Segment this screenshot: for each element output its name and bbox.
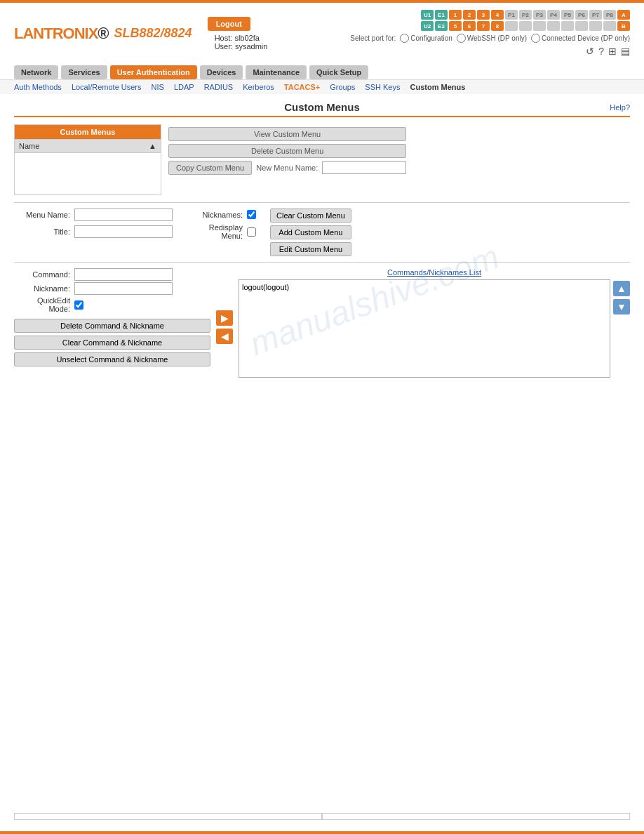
subnav-radius[interactable]: RADIUS	[204, 83, 234, 91]
command-label: Command:	[14, 270, 70, 279]
nav-services[interactable]: Services	[61, 65, 107, 79]
move-up-button[interactable]: ▲	[613, 281, 630, 296]
page-title: Custom Menus	[220, 101, 425, 113]
radio-webssh-label: WebSSH (DP only)	[467, 34, 527, 42]
port-u1[interactable]: U1	[421, 10, 434, 20]
port-p5b	[561, 21, 574, 31]
menu-name-input[interactable]	[74, 208, 173, 221]
port-p2[interactable]: P2	[519, 10, 532, 20]
port-e1[interactable]: E1	[435, 10, 448, 20]
subnav-tacacs[interactable]: TACACS+	[284, 83, 320, 91]
port-3[interactable]: 3	[477, 10, 490, 20]
arrow-left-button[interactable]: ◀	[216, 329, 233, 344]
resize-icon[interactable]: ⊞	[608, 46, 617, 57]
title-label: Title:	[14, 227, 70, 236]
form-left: Menu Name: Title:	[14, 208, 173, 242]
subnav-local-remote-users[interactable]: Local/Remote Users	[72, 83, 142, 91]
bottom-cell-2	[322, 813, 630, 820]
help-button[interactable]: Help?	[610, 103, 630, 112]
menu-list-body	[14, 153, 161, 195]
arrow-right-button[interactable]: ▶	[216, 310, 233, 326]
subnav-kerberos[interactable]: Kerberos	[243, 83, 274, 91]
radio-configuration[interactable]	[400, 34, 409, 43]
copy-custom-menu-button[interactable]: Copy Custom Menu	[168, 161, 252, 175]
delete-cmd-button[interactable]: Delete Command & Nickname	[14, 319, 210, 333]
subnav-ldap[interactable]: LDAP	[174, 83, 194, 91]
port-p4[interactable]: P4	[547, 10, 560, 20]
port-2[interactable]: 2	[463, 10, 476, 20]
redisplay-checkbox[interactable]	[247, 227, 256, 237]
subnav-nis[interactable]: NIS	[152, 83, 164, 91]
port-7[interactable]: 7	[477, 21, 490, 31]
sub-nav: Auth Methods Local/Remote Users NIS LDAP…	[0, 79, 644, 94]
title-input[interactable]	[74, 225, 173, 238]
nickname-input[interactable]	[74, 282, 173, 295]
form-right-buttons: Clear Custom Menu Add Custom Menu Edit C…	[270, 208, 351, 256]
menu-list-panel: Custom Menus Name ▲	[14, 124, 161, 195]
delete-custom-menu-button[interactable]: Delete Custom Menu	[168, 144, 406, 158]
view-custom-menu-button[interactable]: View Custom Menu	[168, 127, 406, 141]
nav-user-auth[interactable]: User Authentication	[110, 65, 197, 79]
port-p3[interactable]: P3	[533, 10, 546, 20]
command-input[interactable]	[74, 268, 173, 281]
port-p8[interactable]: P8	[603, 10, 616, 20]
port-p6[interactable]: P6	[575, 10, 588, 20]
move-down-button[interactable]: ▼	[613, 299, 630, 315]
subnav-ssh-keys[interactable]: SSH Keys	[365, 83, 400, 91]
quickedit-label: QuickEdit Mode:	[14, 296, 70, 313]
port-8[interactable]: 8	[491, 21, 504, 31]
subnav-groups[interactable]: Groups	[330, 83, 355, 91]
commands-right: Commands/Nicknames List logout(logout) ▲…	[239, 268, 630, 378]
nav-network[interactable]: Network	[14, 65, 58, 79]
port-a[interactable]: A	[617, 10, 630, 20]
add-custom-menu-button[interactable]: Add Custom Menu	[270, 225, 351, 239]
clear-custom-menu-button[interactable]: Clear Custom Menu	[270, 208, 351, 223]
port-p1[interactable]: P1	[505, 10, 518, 20]
radio-connected[interactable]	[531, 34, 540, 43]
nav-quick-setup[interactable]: Quick Setup	[309, 65, 368, 79]
subnav-custom-menus[interactable]: Custom Menus	[410, 83, 466, 91]
port-1[interactable]: 1	[449, 10, 462, 20]
unselect-cmd-button[interactable]: Unselect Command & Nickname	[14, 352, 210, 366]
commands-left: Command: Nickname: QuickEdit Mode: Delet…	[14, 268, 210, 366]
copy-row: Copy Custom Menu New Menu Name:	[168, 161, 406, 175]
host-info: Host: slb02fa User: sysadmin	[215, 34, 268, 51]
nav-maintenance[interactable]: Maintenance	[246, 65, 307, 79]
help-icon[interactable]: ?	[598, 46, 604, 57]
port-5[interactable]: 5	[449, 21, 462, 31]
port-b[interactable]: B	[617, 21, 630, 31]
form-section: Menu Name: Title: Nicknames: Redisplay M…	[14, 208, 630, 256]
clear-cmd-button[interactable]: Clear Command & Nickname	[14, 336, 210, 350]
redisplay-label: Redisplay Menu:	[187, 223, 243, 240]
new-menu-name-input[interactable]	[322, 161, 406, 174]
port-area: U1 E1 1 2 3 4 P1 P2 P3 P4 P5 P6 P7 P8	[350, 10, 630, 57]
port-e2[interactable]: E2	[435, 21, 448, 31]
quickedit-checkbox[interactable]	[74, 300, 83, 310]
port-6[interactable]: 6	[463, 21, 476, 31]
logout-button[interactable]: Logout	[208, 17, 250, 31]
port-p7[interactable]: P7	[589, 10, 602, 20]
header: LANTRONIX® SLB882/8824 Logout Host: slb0…	[0, 3, 644, 64]
settings-icon[interactable]: ▤	[621, 46, 630, 57]
logo-lantronix: LANTRONIX®	[14, 25, 109, 43]
user-label: User:	[215, 42, 233, 51]
port-u2[interactable]: U2	[421, 21, 434, 31]
logo-area: LANTRONIX® SLB882/8824	[14, 25, 192, 43]
logo-model: SLB882/8824	[114, 26, 192, 41]
edit-custom-menu-button[interactable]: Edit Custom Menu	[270, 242, 351, 256]
name-column-header: Name	[19, 142, 39, 150]
subnav-auth-methods[interactable]: Auth Methods	[14, 83, 62, 91]
radio-webssh[interactable]	[457, 34, 466, 43]
port-4[interactable]: 4	[491, 10, 504, 20]
port-p5[interactable]: P5	[561, 10, 574, 20]
nicknames-checkbox[interactable]	[247, 210, 256, 219]
content: Custom Menus Help? Custom Menus Name ▲ V…	[0, 94, 644, 392]
cmd-list-textarea[interactable]: logout(logout)	[239, 279, 610, 378]
refresh-icon[interactable]: ↺	[586, 46, 594, 57]
cmd-buttons: Delete Command & Nickname Clear Command …	[14, 319, 210, 366]
menu-name-label: Menu Name:	[14, 211, 70, 219]
sort-indicator: ▲	[149, 142, 156, 150]
cmd-list-label[interactable]: Commands/Nicknames List	[239, 268, 630, 277]
nav-devices[interactable]: Devices	[200, 65, 243, 79]
select-port-label: Select port for:	[350, 34, 396, 42]
